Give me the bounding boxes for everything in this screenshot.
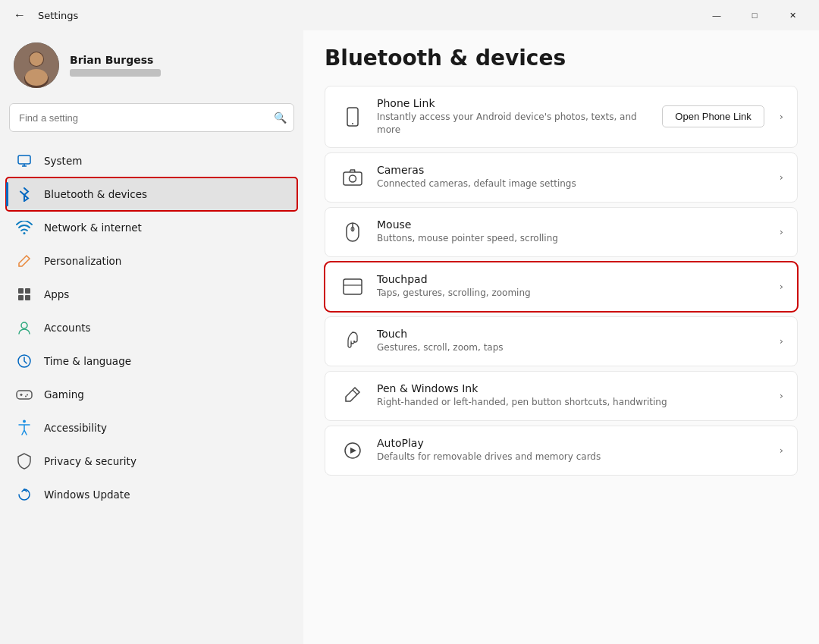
svg-rect-5 xyxy=(18,156,30,164)
accessibility-label: Accessibility xyxy=(44,422,107,434)
update-label: Windows Update xyxy=(44,488,130,501)
close-button[interactable]: ✕ xyxy=(775,3,810,27)
svg-rect-8 xyxy=(25,288,30,294)
touch-chevron: › xyxy=(780,335,783,347)
privacy-icon xyxy=(15,452,33,470)
touchpad-text: Touchpad Taps, gestures, scrolling, zoom… xyxy=(377,273,772,300)
phone-link-card[interactable]: Phone Link Instantly access your Android… xyxy=(325,86,798,148)
sidebar-item-network[interactable]: Network & internet xyxy=(6,211,297,244)
back-button[interactable]: ← xyxy=(9,5,30,26)
user-name: Brian Burgess xyxy=(70,54,161,66)
main-container: Brian Burgess 🔍 System xyxy=(0,30,819,644)
touchpad-title: Touchpad xyxy=(377,273,772,285)
right-panel: Bluetooth & devices Phone Link Instantly… xyxy=(303,30,819,644)
title-bar-left: ← Settings xyxy=(9,5,78,26)
sidebar-item-system[interactable]: System xyxy=(6,144,297,177)
autoplay-card[interactable]: AutoPlay Defaults for removable drives a… xyxy=(325,426,798,476)
mouse-text: Mouse Buttons, mouse pointer speed, scro… xyxy=(377,218,772,245)
touchpad-chevron: › xyxy=(780,281,783,292)
svg-point-16 xyxy=(23,420,26,423)
pen-title: Pen & Windows Ink xyxy=(377,382,772,394)
mouse-title: Mouse xyxy=(377,218,772,231)
personalization-label: Personalization xyxy=(44,255,121,267)
accessibility-icon xyxy=(15,419,33,437)
pen-text: Pen & Windows Ink Right-handed or left-h… xyxy=(377,382,772,409)
svg-point-15 xyxy=(25,396,27,397)
sidebar-item-time[interactable]: Time & language xyxy=(6,344,297,378)
gaming-icon xyxy=(15,385,33,404)
bluetooth-icon xyxy=(15,185,33,203)
phone-link-text: Phone Link Instantly access your Android… xyxy=(377,97,662,137)
accounts-icon xyxy=(15,319,33,337)
maximize-button[interactable]: □ xyxy=(737,3,772,27)
avatar-image xyxy=(14,42,59,88)
phone-link-title: Phone Link xyxy=(377,97,662,109)
cameras-text: Cameras Connected cameras, default image… xyxy=(377,164,772,190)
mouse-desc: Buttons, mouse pointer speed, scrolling xyxy=(377,232,772,245)
svg-point-18 xyxy=(352,123,353,124)
system-icon xyxy=(15,152,33,170)
mouse-icon xyxy=(339,218,366,246)
touchpad-icon xyxy=(339,273,366,300)
sidebar-item-accessibility[interactable]: Accessibility xyxy=(6,411,297,445)
mouse-card[interactable]: Mouse Buttons, mouse pointer speed, scro… xyxy=(325,207,798,257)
privacy-label: Privacy & security xyxy=(44,455,136,467)
user-profile[interactable]: Brian Burgess xyxy=(6,30,297,103)
touch-icon xyxy=(339,328,366,355)
svg-rect-10 xyxy=(25,295,30,300)
page-title: Bluetooth & devices xyxy=(325,46,798,71)
pen-chevron: › xyxy=(780,390,783,401)
cameras-title: Cameras xyxy=(377,164,772,176)
pen-card[interactable]: Pen & Windows Ink Right-handed or left-h… xyxy=(325,371,798,421)
nav-list: System Bluetooth & devices xyxy=(6,144,297,511)
system-label: System xyxy=(44,155,82,167)
svg-rect-24 xyxy=(344,279,362,294)
minimize-button[interactable]: — xyxy=(699,3,734,27)
autoplay-desc: Defaults for removable drives and memory… xyxy=(377,451,772,463)
svg-point-11 xyxy=(21,322,27,328)
touchpad-desc: Taps, gestures, scrolling, zooming xyxy=(377,287,772,300)
search-icon: 🔍 xyxy=(274,112,287,124)
touch-card[interactable]: Touch Gestures, scroll, zoom, taps › xyxy=(325,316,798,366)
touch-desc: Gestures, scroll, zoom, taps xyxy=(377,341,772,354)
sidebar: Brian Burgess 🔍 System xyxy=(0,30,303,644)
avatar xyxy=(14,42,59,88)
apps-label: Apps xyxy=(44,288,69,300)
sidebar-item-accounts[interactable]: Accounts xyxy=(6,311,297,344)
time-icon xyxy=(15,352,33,370)
sidebar-item-gaming[interactable]: Gaming xyxy=(6,378,297,411)
autoplay-chevron: › xyxy=(780,445,783,456)
sidebar-item-privacy[interactable]: Privacy & security xyxy=(6,445,297,478)
title-bar: ← Settings — □ ✕ xyxy=(0,0,819,30)
pen-desc: Right-handed or left-handed, pen button … xyxy=(377,396,772,409)
sidebar-item-apps[interactable]: Apps xyxy=(6,278,297,311)
search-box: 🔍 xyxy=(9,103,294,132)
time-label: Time & language xyxy=(44,355,131,367)
update-icon xyxy=(15,485,33,504)
bluetooth-label: Bluetooth & devices xyxy=(44,188,147,200)
autoplay-title: AutoPlay xyxy=(377,437,772,449)
pen-icon xyxy=(339,382,366,410)
user-email-blurred xyxy=(70,69,161,77)
cameras-icon xyxy=(339,164,366,191)
app-title: Settings xyxy=(38,10,78,21)
sidebar-item-update[interactable]: Windows Update xyxy=(6,478,297,511)
svg-point-14 xyxy=(27,394,28,396)
autoplay-text: AutoPlay Defaults for removable drives a… xyxy=(377,437,772,463)
cameras-card[interactable]: Cameras Connected cameras, default image… xyxy=(325,152,798,203)
svg-rect-7 xyxy=(18,288,24,294)
phone-link-icon xyxy=(339,103,366,130)
sidebar-item-bluetooth[interactable]: Bluetooth & devices xyxy=(6,177,297,211)
sidebar-item-personalization[interactable]: Personalization xyxy=(6,244,297,278)
accounts-label: Accounts xyxy=(44,322,91,334)
cameras-desc: Connected cameras, default image setting… xyxy=(377,177,772,190)
phone-link-desc: Instantly access your Android device's p… xyxy=(377,111,662,137)
gaming-label: Gaming xyxy=(44,388,84,401)
network-label: Network & internet xyxy=(44,221,142,234)
open-phone-link-button[interactable]: Open Phone Link xyxy=(662,105,764,127)
touchpad-card[interactable]: Touchpad Taps, gestures, scrolling, zoom… xyxy=(325,262,798,312)
search-input[interactable] xyxy=(9,103,294,132)
cameras-chevron: › xyxy=(780,171,783,183)
autoplay-icon xyxy=(339,437,366,464)
svg-point-3 xyxy=(30,52,43,66)
